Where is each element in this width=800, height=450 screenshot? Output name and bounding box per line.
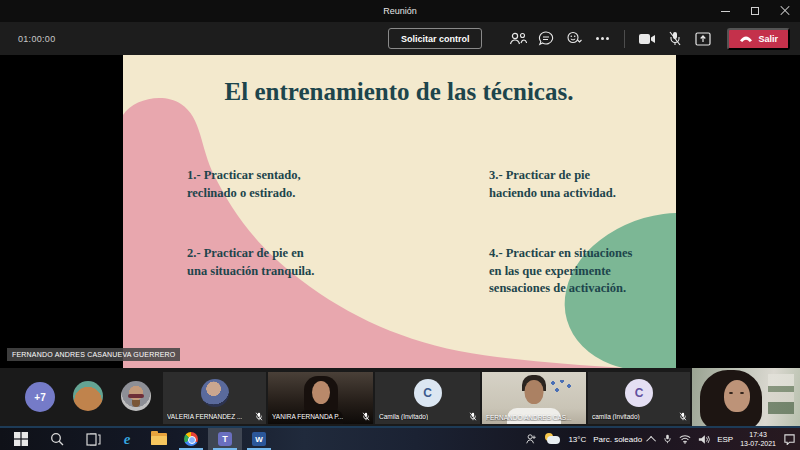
internet-explorer-icon: e <box>124 431 131 448</box>
slide-point-2: 2.- Practicar de pie en una situación tr… <box>187 245 315 280</box>
participant-tile-active-video[interactable] <box>692 368 800 426</box>
close-icon <box>780 6 790 16</box>
participant-filmstrip: +7 VALERIA FERNANDEZ ... YANIRA FERNANDA… <box>0 368 800 426</box>
teams-meeting-window: Reunión 01:00:00 Solicitar control <box>0 0 800 450</box>
maximize-icon <box>751 7 759 15</box>
slide-title: El entrenamiento de las técnicas. <box>179 77 619 107</box>
chrome-button[interactable] <box>174 428 208 450</box>
screen-share-stage: El entrenamiento de las técnicas. 1.- Pr… <box>0 55 800 368</box>
mic-tray-icon[interactable] <box>663 433 672 445</box>
background-shelf <box>768 374 794 414</box>
speaker-icon[interactable] <box>698 434 710 445</box>
clock[interactable]: 17:43 13-07-2021 <box>740 430 776 448</box>
slide-point-4: 4.- Practicar en situaciones en las que … <box>489 245 634 298</box>
reactions-icon[interactable] <box>560 27 588 51</box>
mic-off-icon[interactable] <box>661 27 689 51</box>
muted-mic-icon <box>679 412 687 421</box>
system-tray: 13°C Parc. soleado ESP 17:43 13-07-2021 <box>525 428 796 450</box>
camera-icon[interactable] <box>633 27 661 51</box>
task-view-button[interactable] <box>76 428 110 450</box>
participant-name: camila (Invitado) <box>592 413 640 420</box>
action-center-icon[interactable] <box>783 433 796 445</box>
initial-avatar: C <box>625 379 653 407</box>
share-screen-icon[interactable] <box>689 27 717 51</box>
avatar-photo <box>201 379 229 407</box>
teams-icon: T <box>218 432 232 446</box>
presentation-slide: El entrenamiento de las técnicas. 1.- Pr… <box>123 55 676 368</box>
wifi-icon[interactable] <box>679 434 691 444</box>
leave-label: Salir <box>758 34 778 44</box>
weather-temperature[interactable]: 13°C <box>568 435 586 444</box>
language-indicator[interactable]: ESP <box>717 435 733 444</box>
chat-icon[interactable] <box>532 27 560 51</box>
meeting-toolbar: 01:00:00 Solicitar control <box>0 22 800 55</box>
weather-icon[interactable] <box>544 433 561 445</box>
meeting-timer: 01:00:00 <box>18 34 55 44</box>
video-figure <box>525 380 544 404</box>
maximize-button[interactable] <box>740 0 770 22</box>
leave-meeting-button[interactable]: Salir <box>727 28 790 50</box>
file-explorer-button[interactable] <box>142 428 176 450</box>
minimize-icon <box>721 11 730 12</box>
hangup-icon <box>739 35 753 42</box>
participant-name: YANIRA FERNANDA P... <box>272 413 343 420</box>
more-options-icon[interactable] <box>588 27 616 51</box>
people-tray-icon[interactable] <box>525 433 537 445</box>
window-title: Reunión <box>383 6 417 16</box>
clock-time: 17:43 <box>740 430 776 439</box>
task-view-icon <box>86 433 101 446</box>
word-icon: W <box>252 432 266 446</box>
participant-tile-yanira[interactable]: YANIRA FERNANDA P... <box>268 372 373 424</box>
chrome-icon <box>184 432 198 446</box>
slide-point-1: 1.- Practicar sentado, reclinado o estir… <box>187 167 315 202</box>
participant-tile-valeria[interactable]: VALERIA FERNANDEZ ... <box>163 372 266 424</box>
participants-icon[interactable] <box>504 27 532 51</box>
participant-tile-camila-1[interactable]: C Camila (Invitado) <box>375 372 480 424</box>
internet-explorer-button[interactable]: e <box>110 428 144 450</box>
participant-tile-fernando[interactable]: FERNANDO ANDRES CAS... <box>482 372 586 424</box>
folder-icon <box>151 433 167 445</box>
clock-date: 13-07-2021 <box>740 439 776 448</box>
close-button[interactable] <box>770 0 800 22</box>
wall-decor <box>550 380 572 394</box>
participant-avatar-man[interactable] <box>121 381 151 411</box>
slide-point-3: 3.- Practicar de pie haciendo una activi… <box>489 167 624 202</box>
initial-avatar: C <box>414 379 442 407</box>
start-button[interactable] <box>4 428 38 450</box>
search-icon <box>50 432 64 446</box>
participant-tile-camila-2[interactable]: C camila (Invitado) <box>588 372 690 424</box>
ellipsis-icon <box>596 37 609 40</box>
windows-logo-icon <box>14 432 28 446</box>
presenter-name-label: FERNANDO ANDRES CASANUEVA GUERRERO <box>7 348 180 361</box>
request-control-button[interactable]: Solicitar control <box>388 28 483 49</box>
toolbar-divider <box>624 30 625 48</box>
participant-name: Camila (Invitado) <box>379 413 428 420</box>
participant-name: FERNANDO ANDRES CAS... <box>486 414 572 421</box>
windows-taskbar: e T W 13°C Parc. soleado ESP <box>0 426 800 450</box>
weather-description[interactable]: Parc. soleado <box>593 435 642 444</box>
teams-button[interactable]: T <box>208 428 242 450</box>
participant-avatar-cat[interactable] <box>73 381 103 411</box>
muted-mic-icon <box>255 412 263 421</box>
search-button[interactable] <box>40 428 74 450</box>
muted-mic-icon <box>469 412 477 421</box>
word-button[interactable]: W <box>242 428 276 450</box>
tray-expand-icon[interactable] <box>646 435 656 445</box>
overflow-participants-avatar[interactable]: +7 <box>25 382 55 412</box>
window-titlebar: Reunión <box>0 0 800 22</box>
minimize-button[interactable] <box>710 0 740 22</box>
muted-mic-icon <box>362 412 370 421</box>
participant-name: VALERIA FERNANDEZ ... <box>167 413 242 420</box>
